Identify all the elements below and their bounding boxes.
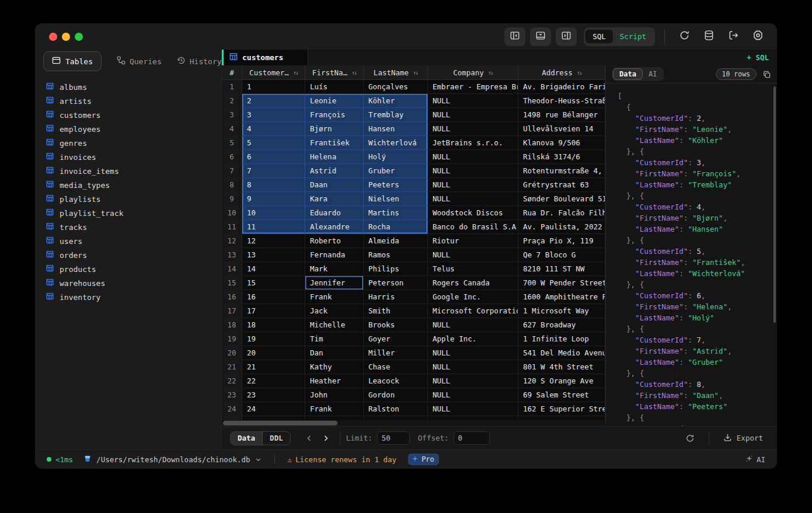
row-number[interactable]: 21 (222, 360, 242, 374)
database-button[interactable] (699, 27, 719, 46)
sidebar-item-invoice_items[interactable]: invoice_items (35, 164, 221, 178)
grid-cell[interactable]: NULL (428, 318, 518, 332)
grid-cell[interactable]: Ullevålsveien 14 (518, 122, 605, 136)
row-number[interactable]: 22 (222, 374, 242, 388)
result-tab-data[interactable]: Data (613, 68, 643, 80)
grid-cell[interactable]: Gordon (364, 388, 428, 402)
grid-cell[interactable]: Qe 7 Bloco G (518, 248, 605, 262)
grid-cell[interactable]: 1600 Amphitheatre Parkway (518, 290, 605, 304)
grid-cell[interactable]: 541 Del Medio Avenue (518, 346, 605, 360)
disconnect-button[interactable] (723, 27, 743, 46)
sidebar-item-products[interactable]: products (35, 262, 221, 276)
grid-cell[interactable]: Rilská 3174/6 (518, 150, 605, 164)
grid-cell[interactable]: 17 (242, 304, 305, 318)
grid-cell[interactable]: 3 (242, 108, 305, 122)
grid-cell[interactable]: Embraer - Empresa Brasileira de Aeronáut… (428, 80, 518, 94)
grid-cell[interactable]: Smith (364, 304, 428, 318)
grid-cell[interactable]: Tim (305, 332, 364, 346)
grid-cell[interactable]: Frank (305, 290, 364, 304)
grid-cell[interactable]: Grétrystraat 63 (518, 178, 605, 192)
grid-cell[interactable]: 19 (242, 332, 305, 346)
grid-cell[interactable]: Michelle (305, 318, 364, 332)
sidebar-item-playlists[interactable]: playlists (35, 192, 221, 206)
grid-cell[interactable]: 4 (242, 122, 305, 136)
grid-cell[interactable]: Kathy (305, 360, 364, 374)
row-number[interactable]: 10 (222, 206, 242, 220)
grid-cell[interactable]: François (305, 108, 364, 122)
grid-cell[interactable]: Helena (305, 150, 364, 164)
grid-cell[interactable]: NULL (428, 150, 518, 164)
row-number[interactable]: 3 (222, 108, 242, 122)
row-number[interactable]: 11 (222, 220, 242, 234)
grid-cell[interactable]: Gonçalves (364, 80, 428, 94)
sidebar-item-customers[interactable]: customers (35, 108, 221, 122)
grid-cell[interactable]: 120 S Orange Ave (518, 374, 605, 388)
grid-cell[interactable]: 14 (242, 262, 305, 276)
row-number[interactable]: 15 (222, 276, 242, 290)
grid-cell[interactable]: Goyer (364, 332, 428, 346)
grid-cell[interactable]: Dan (305, 346, 364, 360)
grid-cell[interactable]: Brooks (364, 318, 428, 332)
grid-cell[interactable]: Rua Dr. Falcão Filho, 155 (518, 206, 605, 220)
grid-cell[interactable]: Heather (305, 374, 364, 388)
grid-cell[interactable]: 20 (242, 346, 305, 360)
grid-cell[interactable]: Av. Paulista, 2022 (518, 220, 605, 234)
sidebar-item-orders[interactable]: orders (35, 248, 221, 262)
sidebar-item-employees[interactable]: employees (35, 122, 221, 136)
grid-cell[interactable]: Holý (364, 150, 428, 164)
grid-cell[interactable]: 700 W Pender Street (518, 276, 605, 290)
toggle-left-panel-button[interactable] (504, 27, 525, 46)
grid-cell[interactable]: Ramos (364, 248, 428, 262)
zoom-window-button[interactable] (75, 33, 83, 41)
sidebar-tab-queries[interactable]: Queries (117, 56, 162, 67)
grid-cell[interactable]: 13 (242, 248, 305, 262)
sidebar-item-playlist_track[interactable]: playlist_track (35, 206, 221, 220)
sidebar-item-albums[interactable]: albums (35, 80, 221, 94)
row-number[interactable]: 14 (222, 262, 242, 276)
previous-page-button[interactable] (301, 431, 318, 445)
grid-cell[interactable]: 1 Infinite Loop (518, 332, 605, 346)
grid-cell[interactable]: 22 (242, 374, 305, 388)
row-number[interactable]: 6 (222, 150, 242, 164)
row-number[interactable]: 8 (222, 178, 242, 192)
sidebar-item-warehouses[interactable]: warehouses (35, 276, 221, 290)
row-number[interactable]: 1 (222, 80, 242, 94)
sidebar-item-genres[interactable]: genres (35, 136, 221, 150)
grid-cell[interactable]: 69 Salem Street (518, 388, 605, 402)
sort-icon[interactable]: ↑↓ (351, 69, 356, 76)
copy-button[interactable] (762, 70, 771, 79)
horizontal-scrollbar-thumb[interactable] (223, 421, 337, 425)
limit-input[interactable] (377, 431, 410, 445)
grid-cell[interactable]: Hansen (364, 122, 428, 136)
toggle-bottom-panel-button[interactable] (530, 27, 551, 46)
grid-cell[interactable]: Bjørn (305, 122, 364, 136)
row-number[interactable]: 4 (222, 122, 242, 136)
ai-status-button[interactable]: AI (745, 455, 765, 464)
sidebar-item-inventory[interactable]: inventory (35, 290, 221, 304)
grid-cell[interactable]: NULL (428, 346, 518, 360)
grid-cell[interactable]: Praça Pio X, 119 (518, 234, 605, 248)
grid-cell[interactable]: Rogers Canada (428, 276, 518, 290)
view-data-button[interactable]: Data (231, 432, 263, 445)
grid-cell[interactable]: 21 (242, 360, 305, 374)
grid-cell[interactable]: Almeida (364, 234, 428, 248)
sidebar-tab-history[interactable]: History (177, 56, 222, 67)
horizontal-scrollbar[interactable] (222, 420, 605, 426)
new-sql-button[interactable]: + SQL (738, 50, 777, 65)
grid-cell[interactable]: 8210 111 ST NW (518, 262, 605, 276)
grid-cell[interactable]: 2 (242, 94, 305, 108)
grid-cell[interactable]: Jack (305, 304, 364, 318)
row-number[interactable]: 19 (222, 332, 242, 346)
grid-cell[interactable]: Tremblay (364, 108, 428, 122)
grid-cell[interactable]: 627 Broadway (518, 318, 605, 332)
column-header-Address[interactable]: Address↑↓ (518, 65, 605, 79)
refresh-results-button[interactable] (677, 434, 703, 443)
grid-cell[interactable]: 8 (242, 178, 305, 192)
grid-cell[interactable]: NULL (428, 374, 518, 388)
grid-cell[interactable]: Woodstock Discos (428, 206, 518, 220)
grid-cell[interactable]: Martins (364, 206, 428, 220)
sort-icon[interactable]: ↑↓ (293, 69, 298, 76)
grid-cell[interactable]: Peeters (364, 178, 428, 192)
row-number[interactable]: 5 (222, 136, 242, 150)
sort-icon[interactable]: ↑↓ (577, 69, 581, 76)
